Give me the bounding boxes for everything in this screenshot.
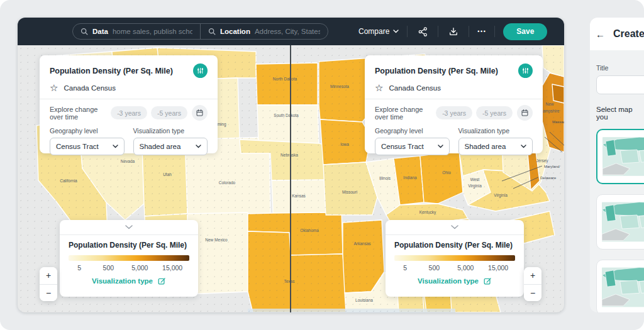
state-label: West — [470, 177, 480, 182]
star-icon[interactable]: ☆ — [50, 83, 58, 92]
map-style-thumbnails — [596, 129, 644, 312]
share-button[interactable] — [416, 25, 430, 38]
minus-icon: − — [530, 288, 535, 298]
legend-gradient-bar — [394, 255, 515, 261]
back-arrow-icon[interactable]: ← — [596, 30, 605, 39]
legend-ticks: 55005,00015,000 — [394, 264, 515, 273]
ellipsis-icon: ••• — [477, 28, 486, 35]
dataset-card-right: Population Density (Per Sq. Mile) ☆ Cana… — [365, 55, 543, 153]
chevron-down-icon — [451, 225, 458, 229]
legend-tick: 5,000 — [131, 264, 148, 272]
legend-title: Population Density (Per Sq. Mile) — [69, 241, 189, 250]
state-northeast-dark[interactable] — [552, 84, 564, 103]
compare-divider-handle[interactable] — [290, 45, 291, 312]
zoom-out-button[interactable]: − — [40, 285, 57, 302]
callout-label: Delaware — [540, 176, 557, 180]
dataset-source: Canada Census — [389, 84, 440, 92]
zoom-in-button[interactable]: + — [524, 267, 541, 285]
visualization-type-label: Visualization type — [133, 127, 208, 135]
legend-ticks: 55005,00015,000 — [69, 264, 189, 273]
select-map-label: Select map you — [596, 106, 644, 121]
location-search-placeholder: Address, City, States, Zip — [255, 28, 320, 35]
plus-icon: + — [46, 270, 51, 280]
visualization-type-link[interactable]: Visualization type — [394, 277, 515, 285]
chevron-down-icon — [393, 30, 399, 33]
map-style-thumbnail[interactable] — [596, 194, 644, 250]
state-label: Nevada — [121, 159, 135, 163]
minus-3-years-button[interactable]: -3 years — [111, 106, 147, 119]
visualization-type-value: Shaded area — [465, 143, 506, 150]
state-label: Indiana — [403, 175, 417, 180]
dataset-title: Population Density (Per Sq. Mile) — [50, 67, 173, 75]
state-label: South Dakota — [274, 113, 299, 118]
state-label: Missouri — [342, 190, 357, 194]
sidebar-header: ← Create r — [590, 18, 644, 50]
thumbnail-map-preview — [602, 265, 644, 309]
state-label: Louisiana — [355, 298, 373, 302]
state-label: Kansas — [292, 194, 306, 198]
state-label: Jersey — [536, 158, 548, 163]
geography-level-value: Census Tract — [381, 143, 424, 150]
title-field-label: Title — [596, 64, 644, 72]
state-label: Oklahoma — [300, 228, 319, 233]
legend-collapse-button[interactable] — [60, 220, 198, 235]
compare-button[interactable]: Compare — [358, 27, 399, 36]
geography-level-value: Census Tract — [56, 143, 99, 150]
state-label: Kentucky — [419, 210, 436, 215]
filter-settings-button[interactable] — [193, 63, 208, 78]
topbar-actions: Compare ••• — [358, 18, 547, 45]
state-label: Virginia — [494, 193, 508, 198]
filter-settings-button[interactable] — [518, 63, 533, 78]
visualization-type-select[interactable]: Shaded area — [133, 138, 208, 155]
visualization-type-link-label: Visualization type — [418, 277, 479, 285]
calendar-button[interactable] — [192, 105, 208, 121]
state-maine[interactable] — [542, 45, 564, 78]
minus-5-years-button[interactable]: -5 years — [476, 106, 513, 119]
state-ohio[interactable] — [420, 151, 463, 204]
legend-collapse-button[interactable] — [386, 220, 524, 235]
legend-card-right: Population Density (Per Sq. Mile) 55005,… — [386, 220, 524, 297]
map-title-input[interactable] — [596, 75, 644, 94]
map-style-thumbnail-selected[interactable] — [596, 129, 644, 184]
location-search-field[interactable]: Location Address, City, States, Zip — [200, 24, 328, 39]
calendar-icon — [196, 109, 204, 117]
sidebar-body: Title Select map you — [590, 50, 644, 312]
geography-level-select[interactable]: Census Tract — [50, 138, 125, 155]
legend-tick: 500 — [429, 264, 440, 272]
location-search-label: Location — [220, 28, 250, 35]
data-search-field[interactable]: Data home sales, publish school — [73, 24, 200, 39]
zoom-out-button[interactable]: − — [524, 285, 541, 302]
geography-level-select[interactable]: Census Tract — [375, 138, 450, 155]
geography-level-label: Geography level — [375, 127, 450, 135]
dataset-source: Canada Census — [64, 84, 115, 92]
chevron-down-icon — [125, 225, 133, 229]
state-south-dakota[interactable] — [257, 105, 319, 145]
download-button[interactable] — [447, 25, 460, 38]
topbar-divider — [469, 26, 469, 37]
minus-5-years-button[interactable]: -5 years — [151, 106, 187, 119]
explore-label: Explore change over time — [375, 106, 432, 121]
topbar-divider — [494, 26, 495, 37]
state-label: Iowa — [340, 142, 349, 146]
zoom-in-button[interactable]: + — [40, 267, 57, 285]
dataset-title: Population Density (Per Sq. Mile) — [375, 67, 498, 75]
map-style-thumbnail[interactable] — [596, 260, 644, 312]
thumbnail-map-preview — [602, 135, 644, 178]
state-label: Virginia — [468, 184, 482, 189]
star-icon[interactable]: ☆ — [375, 83, 383, 92]
chevron-down-icon — [196, 145, 201, 148]
visualization-type-select[interactable]: Shaded area — [458, 138, 533, 155]
state-label: Hampshire — [540, 109, 560, 114]
visualization-type-link[interactable]: Visualization type — [69, 277, 189, 285]
zoom-control-right: + − — [524, 267, 541, 301]
more-options-button[interactable]: ••• — [477, 28, 486, 35]
minus-3-years-button[interactable]: -3 years — [436, 106, 472, 119]
state-north-dakota[interactable] — [256, 63, 318, 105]
state-label: North Dakota — [273, 77, 297, 81]
compare-label: Compare — [358, 27, 389, 36]
legend-tick: 5,000 — [457, 264, 474, 272]
save-button[interactable]: Save — [503, 23, 547, 40]
geography-level-label: Geography level — [50, 127, 125, 135]
calendar-button[interactable] — [517, 105, 533, 121]
state-label: Utah — [163, 172, 172, 177]
